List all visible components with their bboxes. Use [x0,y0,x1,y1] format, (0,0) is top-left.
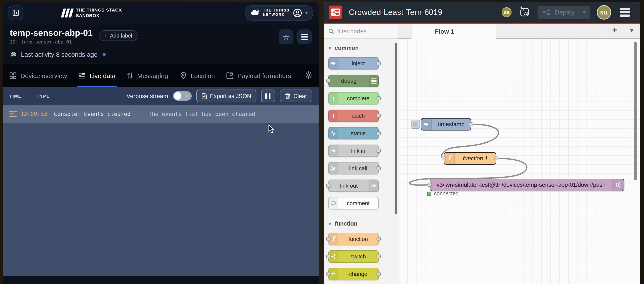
tab-messaging[interactable]: Messaging [127,64,168,87]
tts-header: THE THINGS STACK SANDBOX THE THINGS NETW… [3,2,318,24]
canvas-node-function-1[interactable]: f function 1 [444,152,496,165]
tab-device-overview[interactable]: Device overview [9,64,67,87]
gear-icon [304,71,312,79]
palette-filter-input[interactable] [337,28,388,35]
link-out-icon [371,183,376,188]
canvas-node-mqtt-out[interactable]: v3/lwn-simulator-test@ttn/devices/temp-s… [430,179,624,191]
tab-live-data[interactable]: Live data [78,64,116,87]
hamburger-icon [301,34,308,40]
verbose-stream-toggle[interactable]: × [173,91,192,101]
output-port[interactable] [376,114,381,118]
output-port[interactable] [376,272,381,276]
input-port[interactable] [326,272,330,276]
device-settings-button[interactable] [304,71,312,80]
event-description: The events list has been cleared [148,111,255,117]
inject-icon [424,122,429,127]
input-port[interactable] [326,79,330,83]
deploy-flow-icon [542,9,550,16]
output-port[interactable] [376,131,381,135]
column-header-type: TYPE [37,93,50,99]
tab-label: Messaging [137,72,168,79]
canvas-node-timestamp[interactable]: timestamp [421,118,471,130]
output-port[interactable] [376,254,381,258]
deploy-button[interactable]: Deploy ▼ [538,6,590,19]
event-row[interactable]: 12:09:33 Console: Events cleared The eve… [3,105,318,123]
palette-node-complete[interactable]: ! complete [328,92,379,105]
node-red-window: Crowded-Least-Tern-6019 su AI D [324,2,640,284]
output-port[interactable] [376,61,381,65]
output-port[interactable] [376,166,381,170]
device-menu-button[interactable] [297,30,312,44]
inject-trigger-button[interactable] [412,120,420,129]
input-port[interactable] [428,183,432,187]
node-palette: ▼ common inject debug ! [324,24,398,284]
clear-label: Clear [293,93,307,99]
main-menu-button[interactable] [620,8,630,17]
input-port[interactable] [326,184,330,188]
output-port[interactable] [376,149,381,153]
palette-section-common[interactable]: ▼ common [324,39,398,55]
ai-assistant-icon[interactable]: AI [518,6,531,19]
palette-node-comment[interactable]: comment [328,197,379,209]
palette-section-function[interactable]: ▼ function [324,214,398,230]
things-stack-window: THE THINGS STACK SANDBOX THE THINGS NETW… [3,2,318,284]
network-line1: THE THINGS [263,8,290,13]
network-switcher[interactable]: THE THINGS NETWORK ▾ [245,5,313,21]
deploy-caret-icon[interactable]: ▼ [583,10,586,14]
logo-line2: SANDBOX [76,13,122,18]
output-port[interactable] [376,237,381,241]
user-badge-small[interactable]: su [502,7,512,17]
palette-node-inject[interactable]: inject [328,57,379,70]
palette-node-status[interactable]: status [328,127,379,139]
logo-line1: THE THINGS STACK [76,8,122,13]
column-header-time: TIME [9,93,37,99]
input-port[interactable] [442,156,446,160]
device-id: ID: temp-sensor-abp-01 [10,39,93,45]
palette-node-switch[interactable]: switch [328,250,379,263]
input-port[interactable] [326,237,330,241]
flow-wires [398,39,640,284]
add-label-button[interactable]: + Add label [99,30,138,41]
tab-location[interactable]: Location [180,64,215,87]
output-port[interactable] [494,156,498,160]
messaging-arrows-icon [127,72,133,79]
clear-events-button[interactable]: Clear [280,90,312,102]
things-stack-logo-icon [61,8,74,17]
palette-node-link-out[interactable]: link out [328,179,379,192]
things-stack-logo: THE THINGS STACK SANDBOX [62,8,122,18]
export-json-label: Export as JSON [210,93,251,99]
tab-payload-formatters[interactable]: Payload formatters [226,64,291,87]
palette-node-function[interactable]: f function [328,233,379,245]
section-chevron-icon: ▼ [328,221,331,226]
location-pin-icon [180,72,187,79]
section-label: common [335,45,359,51]
payload-formatter-icon [226,72,234,79]
export-json-button[interactable]: Export as JSON [196,90,256,102]
plus-icon: + [104,33,108,39]
flow-tab-active[interactable]: Flow 1 [411,24,496,39]
user-avatar[interactable]: su [597,5,611,20]
flow-list-button[interactable]: ▼ [630,28,633,33]
favorite-button[interactable]: ☆ [278,30,294,44]
page-title: temp-sensor-abp-01 [10,28,93,38]
output-port[interactable] [469,122,473,126]
input-port[interactable] [326,254,330,258]
pause-stream-button[interactable] [261,90,275,102]
add-flow-button[interactable]: + [612,25,617,35]
flow-project-title: Crowded-Least-Tern-6019 [349,8,442,17]
palette-node-debug[interactable]: debug [328,75,379,87]
palette-node-catch[interactable]: ! catch [328,110,379,122]
canvas-scrollbar[interactable] [634,42,637,180]
link-call-icon [331,166,336,171]
star-icon: ☆ [283,33,290,41]
palette-node-change[interactable]: ⇄ change [328,268,379,280]
palette-node-link-call[interactable]: link call [328,162,379,174]
palette-scrollbar[interactable] [395,43,397,214]
status-connected-dot [427,192,431,195]
palette-search[interactable] [324,24,398,39]
tab-label: Payload formatters [238,72,291,79]
sidebar-toggle-button[interactable] [8,6,23,20]
flow-canvas[interactable]: timestamp f function 1 v3/lwn-simulator-… [398,39,640,284]
palette-node-link-in[interactable]: link in [328,145,379,157]
output-port[interactable] [376,96,381,100]
